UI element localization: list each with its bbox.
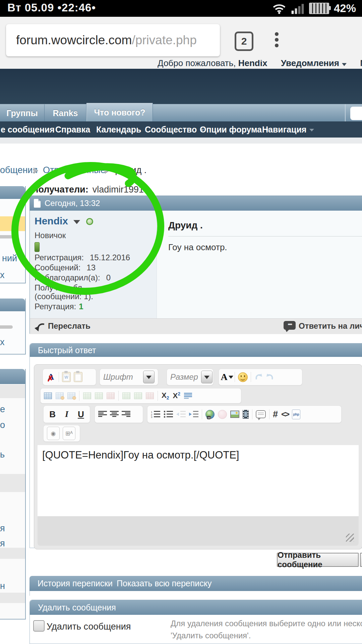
welcome-username[interactable]: Hendix	[238, 60, 267, 68]
sidebar-link-fragment[interactable]: н	[0, 581, 5, 591]
smiley-icon[interactable]	[238, 372, 248, 382]
sidebar-link-fragment[interactable]: ь	[0, 449, 5, 460]
sidebar-link-fragment[interactable]: е	[0, 404, 5, 415]
breadcrumb-sent-link[interactable]: Отправленные	[43, 165, 106, 175]
outdent-icon[interactable]	[176, 411, 186, 418]
title-divider	[168, 236, 362, 236]
delete-column-icon[interactable]	[107, 392, 115, 399]
delete-table-icon[interactable]	[67, 392, 75, 399]
underline-button[interactable]: U	[75, 409, 86, 420]
indent-icon[interactable]	[189, 411, 198, 418]
dropdown-arrow-icon[interactable]	[143, 371, 155, 383]
code-icon[interactable]: <>	[281, 410, 289, 419]
insert-image-icon[interactable]	[230, 411, 239, 418]
align-left-icon[interactable]	[98, 411, 107, 418]
toolbar-group-style: B I U	[43, 406, 90, 423]
nav-forum-options[interactable]: Опции форума	[200, 121, 269, 138]
align-center-icon[interactable]	[110, 411, 119, 418]
breadcrumb-messages-link[interactable]: общения	[0, 165, 38, 175]
nav-private-messages[interactable]: е сообщения	[1, 121, 55, 138]
search-input[interactable]	[350, 107, 362, 120]
paste-from-word-icon[interactable]: W	[62, 372, 71, 382]
tabbar-divider	[345, 104, 346, 122]
divider-strip	[0, 138, 362, 144]
nav-navigation[interactable]: Навигация	[262, 121, 314, 138]
insert-link-icon[interactable]	[205, 410, 215, 419]
php-icon[interactable]: php	[292, 410, 300, 419]
sidebar-selected-folder[interactable]	[0, 216, 25, 231]
sidebar-link-fragment[interactable]: я	[0, 538, 5, 549]
table-properties-icon[interactable]	[56, 392, 64, 399]
undo-icon[interactable]	[254, 373, 263, 381]
breadcrumb: общения Отправленные Друид .	[0, 165, 362, 176]
notifications-link[interactable]: Уведомления	[281, 60, 339, 68]
delete-checkbox[interactable]	[33, 620, 45, 632]
sidebar-link-fragment[interactable]: я	[0, 523, 5, 534]
toolbar-group-misc: A	[219, 369, 302, 385]
insert-video-icon[interactable]	[243, 410, 249, 419]
user-menu-arrow-icon[interactable]	[73, 220, 80, 224]
sidebar-link-fragment[interactable]: х	[0, 337, 5, 347]
author-link[interactable]: Hendix	[35, 215, 68, 227]
online-status-icon	[86, 218, 93, 225]
message-text: Гоу на осмотр.	[168, 242, 227, 253]
superscript-icon[interactable]: X2	[173, 391, 180, 400]
profile-link[interactable]: Мой профиль	[360, 60, 362, 68]
align-right-icon[interactable]	[122, 411, 130, 418]
resize-handle-icon[interactable]	[346, 534, 354, 542]
redo-icon[interactable]	[266, 373, 275, 381]
insert-column-right-icon[interactable]	[95, 392, 103, 399]
unlink-icon[interactable]	[218, 410, 227, 419]
send-message-button[interactable]: Отправить сообщение	[277, 553, 359, 567]
nav-community[interactable]: Сообщество	[145, 121, 204, 138]
sidebar-link-fragment[interactable]: х	[0, 270, 5, 280]
reply-textarea[interactable]: [QUOTE=Hendix]Гоу на осмотр.[/QUOTE]	[38, 445, 359, 516]
bold-button[interactable]: B	[47, 409, 58, 420]
nav-help[interactable]: Справка	[55, 121, 90, 138]
sidebar-link-fragment[interactable]: о	[0, 420, 5, 430]
tab-whats-new[interactable]: Что нового?	[86, 103, 153, 122]
insert-symbol-icon[interactable]: ⊞ᴬ	[63, 427, 75, 440]
sidebar-panel-header	[0, 186, 25, 199]
tab-groups[interactable]: Группы	[0, 104, 45, 122]
delete-row-icon[interactable]	[146, 392, 154, 399]
font-dropdown[interactable]: Шрифт	[100, 369, 158, 385]
tab-ranks[interactable]: Ranks	[45, 104, 86, 122]
insert-column-left-icon[interactable]	[83, 392, 91, 399]
insert-row-above-icon[interactable]	[122, 392, 130, 399]
user-title: Новичок	[35, 231, 66, 240]
italic-button[interactable]: I	[61, 409, 72, 419]
preview-button-partial[interactable]	[360, 553, 362, 567]
size-dropdown[interactable]: Размер	[167, 369, 214, 385]
chevron-down-icon	[342, 63, 347, 66]
reply-button[interactable]: Ответить на личное с	[299, 321, 362, 331]
insert-row-below-icon[interactable]	[134, 392, 142, 399]
paste-icon[interactable]	[74, 372, 82, 382]
browser-menu-button[interactable]	[274, 30, 279, 50]
show-all-history-link[interactable]: Показать всю переписку	[117, 579, 212, 588]
recipients-value: vladimir1991	[93, 184, 144, 195]
subscript-icon[interactable]: X2	[162, 391, 169, 400]
status-icons: 42%	[272, 2, 356, 15]
insert-table-icon[interactable]	[44, 392, 52, 399]
user-info-column: Hendix Новичок Регистрация:15.12.2016 Со…	[30, 211, 157, 318]
quote-icon[interactable]	[256, 410, 266, 418]
sidebar-row	[0, 385, 25, 398]
sidebar-link-fragment[interactable]: ний	[2, 253, 17, 264]
justify-icon[interactable]	[184, 393, 192, 399]
hash-icon[interactable]: #	[273, 409, 278, 420]
nav-calendar[interactable]: Календарь	[96, 121, 141, 138]
message-panel: Сегодня, 13:32 Hendix Новичок Регистраци…	[29, 196, 362, 334]
toolbar-group-clipboard: A✗ W	[43, 369, 96, 385]
text-color-icon[interactable]: A	[222, 372, 232, 382]
forward-button[interactable]: Переслать	[48, 321, 90, 331]
remove-format-icon[interactable]: A✗	[46, 372, 56, 382]
dropdown-arrow-icon[interactable]	[201, 371, 213, 383]
url-bar[interactable]: forum.wowcircle.com/private.php	[6, 24, 220, 56]
sidebar-panel-header	[0, 369, 25, 384]
insert-attachment-icon[interactable]: ◉	[47, 427, 60, 440]
ordered-list-icon[interactable]: 123	[151, 411, 160, 418]
message-header: Сегодня, 13:32	[30, 196, 362, 211]
tab-count-button[interactable]: 2	[235, 32, 253, 51]
unordered-list-icon[interactable]	[164, 411, 173, 418]
